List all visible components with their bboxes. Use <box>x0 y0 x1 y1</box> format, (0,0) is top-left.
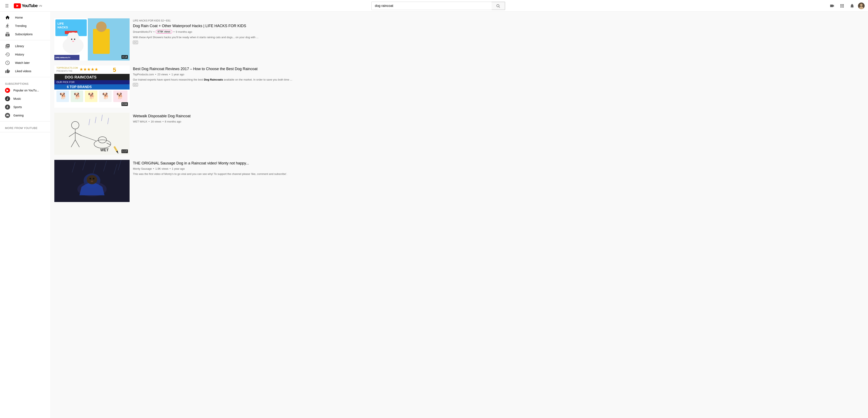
result-channel-1: DreamWorksTV <box>133 30 152 33</box>
result-views-2: 23 views <box>157 73 168 76</box>
sidebar-liked-videos-label: Liked videos <box>15 69 31 73</box>
result-item-4[interactable]: THE ORIGINAL Sausage Dog in a Raincoat v… <box>54 158 868 205</box>
thumbnail-image-2: TOPPRODUCTS.COM PRESENTS THE ★★★★★ 5 DOG… <box>54 66 130 108</box>
sidebar-watch-later-label: Watch later <box>15 61 30 65</box>
result-info-1: LIFE HACKS FOR KIDS S2 • E61 Dog Rain Co… <box>133 19 865 61</box>
views-badge-1: 878K views <box>156 30 172 34</box>
sidebar-item-history[interactable]: History <box>0 50 50 59</box>
result-dot2-4: • <box>170 167 171 170</box>
svg-point-70 <box>87 175 97 184</box>
result-info-3: Wetwalk Disposable Dog Raincoat WET WALK… <box>133 113 865 155</box>
sidebar-item-trending[interactable]: Trending <box>0 22 50 30</box>
notifications-button[interactable] <box>848 2 856 10</box>
header-left: ☰ YouTube VN <box>3 2 54 10</box>
subscriptions-icon <box>5 32 10 37</box>
avatar-image <box>858 2 865 9</box>
result-dot-2: • <box>155 73 156 76</box>
search-icon <box>496 4 500 8</box>
subscriptions-title: SUBSCRIPTIONS <box>0 79 50 86</box>
sidebar-item-gaming[interactable]: Gaming <box>0 111 50 119</box>
logo-country: VN <box>39 5 42 7</box>
svg-text:★★★★★: ★★★★★ <box>80 67 98 72</box>
music-label: Music <box>13 97 21 100</box>
search-input[interactable] <box>372 2 492 10</box>
bell-icon <box>849 3 855 8</box>
result-dot2-1: • <box>174 30 175 33</box>
create-button[interactable] <box>828 2 836 10</box>
home-icon <box>5 15 10 20</box>
svg-text:DOG RAINCOATS: DOG RAINCOATS <box>65 75 97 79</box>
result-item-2[interactable]: TOPPRODUCTS.COM PRESENTS THE ★★★★★ 5 DOG… <box>54 63 868 110</box>
more-from-title: MORE FROM YOUTUBE <box>0 123 50 131</box>
result-dot-4: • <box>153 167 154 170</box>
result-info-4: THE ORIGINAL Sausage Dog in a Raincoat v… <box>133 160 865 202</box>
result-dot2-3: • <box>163 120 164 123</box>
sidebar-library-section: Library History Watch later Liked videos <box>0 40 50 77</box>
result-meta-1: DreamWorksTV • 878K views • 9 months ago <box>133 30 865 34</box>
duration-badge-2: 5:04 <box>121 102 128 106</box>
sidebar-item-sports[interactable]: Sports <box>0 103 50 111</box>
result-desc-4: This was the first video of Monty's to g… <box>133 172 865 176</box>
svg-text:PRESENTS THE: PRESENTS THE <box>56 70 72 72</box>
results-list: LIFE HACKS <box>54 16 868 205</box>
result-meta-3: WET WALK • 16 views • 8 months ago <box>133 120 865 123</box>
svg-rect-49 <box>54 113 130 155</box>
svg-point-20 <box>72 41 74 42</box>
sports-avatar <box>5 105 10 110</box>
result-dot-1: • <box>153 30 154 33</box>
main-content: LIFE HACKS <box>50 12 868 209</box>
sidebar-subscriptions-label: Subscriptions <box>15 33 33 36</box>
thumbnail-4 <box>54 160 130 202</box>
result-bold-2: Dog Raincoats <box>204 78 223 81</box>
music-avatar <box>5 96 10 101</box>
result-title-2: Best Dog Raincoat Reviews 2017 – How to … <box>133 66 865 72</box>
avatar[interactable] <box>858 2 865 9</box>
sidebar-more-section: MORE FROM YOUTUBE <box>0 121 50 132</box>
svg-point-5 <box>860 4 863 6</box>
result-meta-4: Monty Sausage • 1.9K views • 1 year ago <box>133 167 865 170</box>
result-item[interactable]: LIFE HACKS <box>54 16 868 63</box>
hamburger-button[interactable]: ☰ <box>3 2 10 10</box>
search-button[interactable] <box>492 2 505 10</box>
logo[interactable]: YouTube VN <box>14 3 42 8</box>
thumbnail-image-4 <box>54 160 130 202</box>
svg-text:🐕: 🐕 <box>74 93 81 99</box>
svg-text:🐕: 🐕 <box>60 93 67 99</box>
create-icon <box>830 3 835 8</box>
result-desc-2: Our trained experts have spent hours res… <box>133 78 865 82</box>
sidebar-item-subscriptions[interactable]: Subscriptions <box>0 30 50 38</box>
search-area <box>371 2 505 10</box>
header: ☰ YouTube VN <box>0 0 868 12</box>
popular-avatar <box>5 88 10 93</box>
liked-videos-icon <box>5 69 10 74</box>
gaming-label: Gaming <box>13 114 24 117</box>
apps-button[interactable] <box>838 2 846 10</box>
result-title-4: THE ORIGINAL Sausage Dog in a Raincoat v… <box>133 161 865 166</box>
sidebar-nav-section: Home Trending Subscriptions <box>0 12 50 40</box>
youtube-logo-icon <box>14 3 21 8</box>
cc-badge-1: CC <box>133 41 138 44</box>
sidebar-item-library[interactable]: Library <box>0 42 50 50</box>
svg-text:🐕: 🐕 <box>102 93 110 99</box>
sidebar-item-liked-videos[interactable]: Liked videos <box>0 67 50 75</box>
sidebar-home-label: Home <box>15 16 23 19</box>
result-desc-1: With these April Showers hacks you'll be… <box>133 35 865 39</box>
sidebar-item-watch-later[interactable]: Watch later <box>0 59 50 67</box>
sidebar-item-home[interactable]: Home <box>0 13 50 22</box>
popular-label: Popular on YouTu... <box>13 89 39 92</box>
sidebar: Home Trending Subscriptions Library H <box>0 12 50 209</box>
svg-point-16 <box>68 33 72 39</box>
svg-point-2 <box>497 4 499 7</box>
sidebar-item-popular[interactable]: Popular on YouTu... <box>0 86 50 95</box>
svg-text:LIFE: LIFE <box>58 22 64 25</box>
search-bar <box>371 2 505 10</box>
result-item-3[interactable]: WET 1:17 Wetwalk Disposable Dog Raincoat… <box>54 110 868 158</box>
sidebar-item-music[interactable]: Music <box>0 95 50 103</box>
svg-text:OUR PICK FOR: OUR PICK FOR <box>56 81 74 84</box>
result-channel-2: TopProducts.com <box>133 73 154 76</box>
result-meta-2: TopProducts.com • 23 views • 1 year ago <box>133 73 865 76</box>
result-title-1: Dog Rain Coat + Other Waterproof Hacks |… <box>133 23 865 29</box>
thumbnail-2: TOPPRODUCTS.COM PRESENTS THE ★★★★★ 5 DOG… <box>54 66 130 108</box>
sidebar-subscriptions-section: SUBSCRIPTIONS Popular on YouTu... Music … <box>0 77 50 121</box>
history-icon <box>5 52 10 57</box>
